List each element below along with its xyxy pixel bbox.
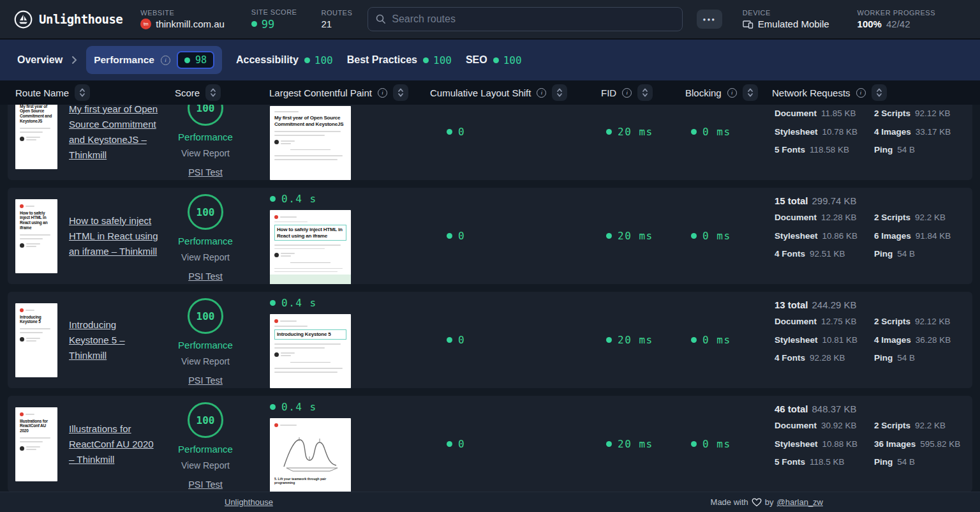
text-line bbox=[280, 216, 297, 218]
route-link[interactable]: My first year of Open Source Commitment … bbox=[69, 102, 158, 163]
network-item-size: 92.2 KB bbox=[915, 421, 946, 430]
info-icon[interactable]: i bbox=[856, 88, 866, 98]
network-total: 13 total244.29 KB bbox=[775, 299, 966, 310]
network-item: 36 Images595.82 KB bbox=[874, 439, 966, 450]
network-item: 5 Fonts118.58 KB bbox=[775, 144, 865, 156]
thumb-title: My first year of Open Source Commitment … bbox=[20, 104, 53, 124]
view-report-link[interactable]: View Report bbox=[181, 460, 230, 471]
psi-test-link[interactable]: PSI Test bbox=[188, 271, 223, 282]
network-item: Document11.85 KB bbox=[775, 108, 865, 119]
metric-dot-icon bbox=[447, 337, 452, 343]
table-row: Illustrations for ReactConf AU 2020 Illu… bbox=[8, 396, 972, 492]
footer-author-link[interactable]: @harlan_zw bbox=[777, 497, 823, 507]
thinkmill-logo-icon bbox=[20, 204, 24, 208]
text-line bbox=[20, 234, 50, 236]
brand[interactable]: Unlighthouse bbox=[14, 10, 122, 29]
column-header-route-name: Route Name bbox=[0, 84, 158, 101]
view-report-link[interactable]: View Report bbox=[181, 148, 230, 158]
tab-best-practices[interactable]: Best Practices 100 bbox=[347, 54, 452, 66]
table-row: How to safely inject HTML in React using… bbox=[8, 188, 972, 284]
author-avatar bbox=[20, 243, 53, 248]
score-category-label: Performance bbox=[178, 132, 233, 142]
sort-button[interactable] bbox=[552, 84, 567, 101]
view-report-link[interactable]: View Report bbox=[181, 252, 230, 262]
performance-score-badge: 98 bbox=[177, 51, 214, 69]
text-line bbox=[26, 446, 40, 448]
footer-by-text: by bbox=[765, 497, 774, 507]
footer-made-with-text: Made with bbox=[711, 497, 748, 507]
info-icon[interactable]: i bbox=[537, 88, 546, 98]
tab-performance[interactable]: Performance i 98 bbox=[86, 46, 222, 74]
route-link[interactable]: Illustrations for ReactConf AU 2020 – Th… bbox=[69, 421, 158, 467]
network-item-label: Stylesheet bbox=[775, 335, 818, 345]
network-item-label: Ping bbox=[874, 457, 893, 467]
performance-info-icon[interactable]: i bbox=[161, 56, 170, 65]
sort-button[interactable] bbox=[205, 84, 221, 101]
view-report-link[interactable]: View Report bbox=[181, 356, 230, 366]
text-line bbox=[274, 347, 325, 349]
psi-test-link[interactable]: PSI Test bbox=[188, 375, 223, 386]
sort-button[interactable] bbox=[75, 84, 90, 101]
text-line bbox=[274, 131, 341, 132]
text-line bbox=[26, 246, 36, 247]
network-item-size: 118.5 KB bbox=[810, 457, 845, 467]
author-avatar bbox=[274, 352, 346, 357]
avatar-icon bbox=[274, 253, 279, 257]
tab-seo[interactable]: SEO 100 bbox=[466, 54, 522, 66]
tab-accessibility[interactable]: Accessibility 100 bbox=[236, 54, 333, 66]
text-line bbox=[281, 143, 291, 144]
network-item-label: Stylesheet bbox=[775, 439, 818, 449]
column-label: Score bbox=[175, 87, 200, 98]
table-header-row: Route NameScoreLargest Contentful Painti… bbox=[0, 80, 980, 105]
network-item-size: 54 B bbox=[897, 353, 915, 363]
text-line bbox=[281, 255, 291, 257]
thumb-title: Illustrations for ReactConf AU 2020 bbox=[20, 419, 53, 433]
text-line bbox=[274, 245, 341, 245]
thumb-header bbox=[20, 412, 53, 416]
network-item-size: 92.12 KB bbox=[915, 317, 951, 326]
lcp-cell: 0.4 s How to safely inject HTML in React… bbox=[253, 188, 413, 284]
network-item: 6 Images91.84 KB bbox=[874, 230, 966, 242]
thinkmill-logo-icon bbox=[274, 423, 278, 427]
lcp-thumbnail: How to safely inject HTML in React using… bbox=[270, 210, 351, 284]
fid-cell: 20 ms bbox=[584, 188, 669, 284]
network-item-size: 118.58 KB bbox=[810, 145, 849, 154]
route-link[interactable]: How to safely inject HTML in React using… bbox=[69, 213, 158, 259]
network-item-label: 2 Scripts bbox=[874, 421, 910, 430]
network-item-label: Stylesheet bbox=[775, 231, 818, 241]
text-line bbox=[274, 222, 308, 222]
network-item: 2 Scripts92.2 KB bbox=[874, 420, 966, 432]
psi-test-link[interactable]: PSI Test bbox=[188, 479, 223, 490]
info-icon[interactable]: i bbox=[727, 88, 737, 98]
metric-dot-icon bbox=[447, 233, 452, 239]
score-circle: 100 bbox=[188, 194, 223, 230]
blocking-cell: 0 ms bbox=[669, 396, 755, 492]
text-line bbox=[20, 132, 43, 133]
sort-button[interactable] bbox=[872, 84, 887, 101]
info-icon[interactable]: i bbox=[378, 88, 387, 98]
column-label: FID bbox=[601, 87, 616, 98]
thumb-title: Introducing Keystone 5 bbox=[274, 329, 346, 340]
psi-test-link[interactable]: PSI Test bbox=[188, 167, 223, 177]
network-item-label: 6 Images bbox=[874, 231, 911, 241]
thumb-header bbox=[20, 308, 53, 312]
search-box[interactable] bbox=[368, 7, 683, 31]
lcp-cell: 0.4 s 5. Lift your teamwork through pair… bbox=[253, 396, 413, 492]
tab-overview[interactable]: Overview bbox=[17, 54, 63, 66]
cls-cell: 0 bbox=[413, 188, 584, 284]
network-item-label: Ping bbox=[874, 249, 893, 259]
footer-unlighthouse-link[interactable]: Unlighthouse bbox=[225, 497, 273, 507]
sort-button[interactable] bbox=[393, 84, 408, 101]
route-link[interactable]: Introducing Keystone 5 – Thinkmill bbox=[69, 317, 158, 363]
lcp-value: 0.4 s bbox=[270, 297, 413, 309]
network-item: Document12.75 KB bbox=[775, 316, 865, 328]
avatar-icon bbox=[20, 337, 24, 342]
info-icon[interactable]: i bbox=[622, 88, 632, 98]
more-options-button[interactable]: ●●● bbox=[697, 10, 722, 29]
search-input[interactable] bbox=[392, 13, 674, 25]
device-icon bbox=[743, 20, 754, 29]
avatar-icon bbox=[274, 352, 279, 357]
sort-button[interactable] bbox=[637, 84, 653, 101]
footer: Unlighthouse Made with by @harlan_zw bbox=[0, 492, 980, 512]
route-cell: Introducing Keystone 5 Introducing Keyst… bbox=[8, 292, 158, 388]
